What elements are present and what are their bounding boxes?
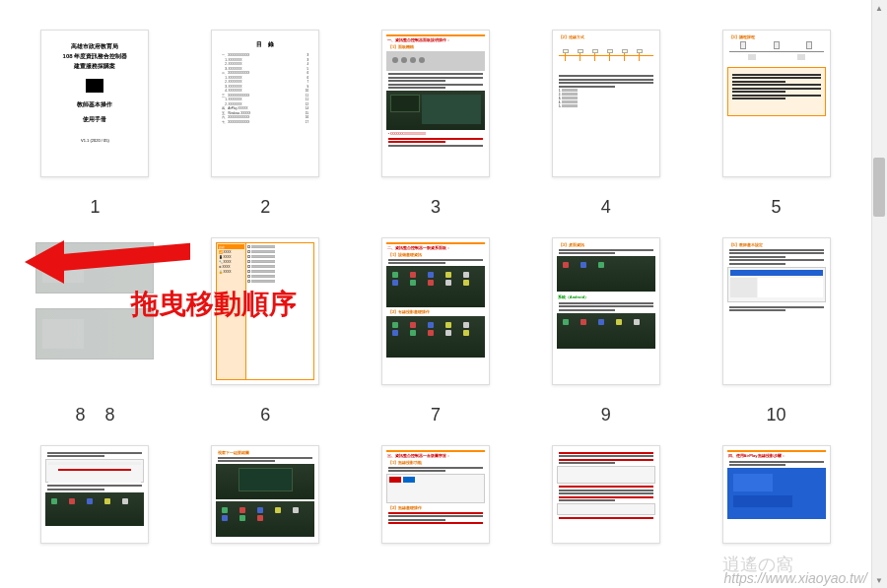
pdf-thumbnail-viewer: 拖曳移動順序 高雄市政府教育局 108 年度資訊整合控制器 建置服務採購案 教師… (0, 0, 871, 588)
page-thumbnail-partial[interactable]: 四、使用AirPlay 無線投影步驟： (711, 445, 842, 544)
scrollbar-thumb[interactable] (873, 158, 885, 217)
page-number-old: 8 (75, 405, 85, 425)
scroll-down-icon[interactable]: ▼ (871, 572, 887, 588)
page-thumbnail-6[interactable]: 設定 📶 XXXX 📱 XXXX 🔧 XXXX ⚙ XXXX 🔒 XXXX XX… (200, 237, 331, 425)
vertical-scrollbar[interactable]: ▲ ▼ (871, 0, 887, 588)
page-thumbnail-9[interactable]: 【3】桌面資訊 系統（Android） 9 (540, 237, 671, 425)
page-number: 5 (772, 197, 782, 218)
page-thumbnail-4[interactable]: 【2】連線方式 1. XXXXXXXX 2. XXXXXXXX 3. XXXXX… (540, 30, 671, 218)
page-number: 4 (601, 197, 611, 218)
scroll-up-icon[interactable]: ▲ (871, 0, 887, 16)
page-number: 10 (767, 405, 786, 425)
drag-instruction-arrow (25, 227, 202, 284)
page-thumbnail-partial[interactable] (30, 445, 161, 544)
page-number: 3 (431, 197, 441, 218)
page-number: 9 (601, 405, 611, 425)
watermark-url: https://www.xiaoyao.tw/ (723, 570, 867, 586)
page-thumbnail-partial[interactable] (540, 445, 671, 544)
page-thumbnail-partial[interactable]: 三、資訊整合控制器一台版圖宗旨： 【1】無線投影功能 【2】無線基礎操作 (371, 445, 502, 544)
page-number: 2 (260, 197, 270, 218)
page-thumbnail-7[interactable]: 二、資訊整合控制器一般資系面板： 【1】設備基礎資訊 【2】有線投影基礎操作 (371, 237, 502, 425)
drag-instruction-label: 拖曳移動順序 (131, 286, 297, 323)
page-number: 1 (90, 197, 100, 218)
page-number-new: 8 (104, 405, 114, 425)
page-number: 7 (431, 405, 441, 425)
page-thumbnail-1[interactable]: 高雄市政府教育局 108 年度資訊整合控制器 建置服務採購案 教師基本操作 使用… (30, 30, 161, 218)
page-thumbnail-3[interactable]: 一、資訊整合控制器面板說明操作： 【1】面板機構 • XXXXXXXXXXXXX… (371, 30, 502, 218)
page-number: 6 (260, 405, 270, 425)
page-thumbnail-partial[interactable]: 視窗下一組要縮圖 (200, 445, 331, 544)
page-thumbnail-10[interactable]: 【5】教師基本設定 10 (711, 237, 842, 425)
page-thumbnail-5[interactable]: 【3】議程課程 (711, 30, 842, 218)
page-thumbnail-2[interactable]: 目 錄 一、XXXXXXXXXXX3 1. XXXXXXX3 2. XXXXXX… (200, 30, 331, 218)
